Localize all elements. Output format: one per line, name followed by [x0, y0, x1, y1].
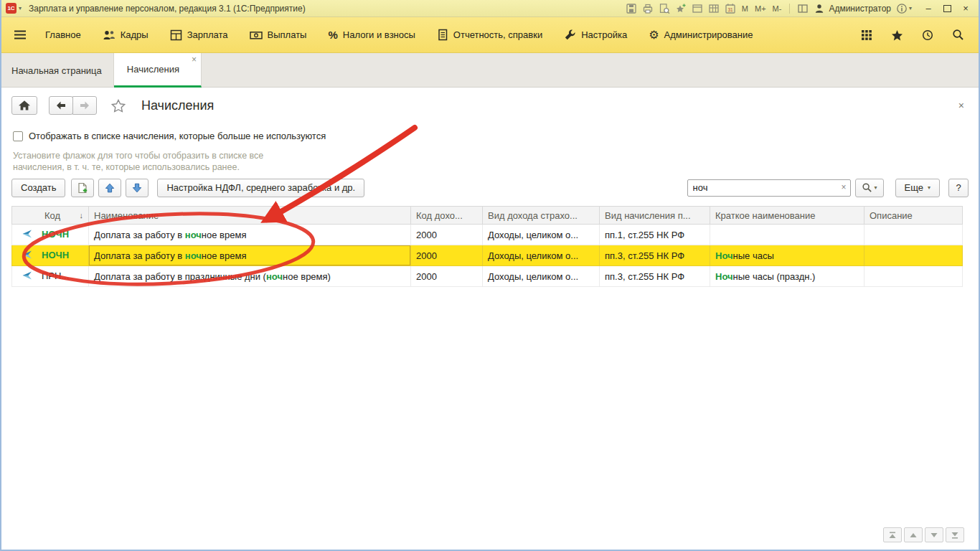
- memory-m-button[interactable]: М: [741, 4, 749, 13]
- home-button[interactable]: [11, 96, 37, 115]
- global-search-button[interactable]: [952, 29, 964, 41]
- gear-icon: ⚙: [649, 29, 659, 41]
- search-clear-icon[interactable]: ×: [842, 183, 847, 192]
- menu-item-reports[interactable]: Отчетность, справки: [426, 17, 553, 52]
- app-logo-icon[interactable]: 1С: [6, 3, 17, 14]
- column-header-income-code[interactable]: Код дохо...: [411, 207, 483, 225]
- more-caret-icon: ▾: [928, 184, 930, 191]
- go-top-icon: [888, 531, 897, 540]
- create-button[interactable]: Создать: [11, 179, 65, 197]
- table-row[interactable]: НОЧН Доплата за работу в ночное время 20…: [12, 225, 963, 245]
- search-input[interactable]: [687, 179, 851, 197]
- menu-item-payments[interactable]: Выплаты: [239, 17, 318, 52]
- cell-description[interactable]: [864, 225, 963, 245]
- print-icon[interactable]: [642, 3, 654, 14]
- menu-item-personnel[interactable]: Кадры: [92, 17, 159, 52]
- cell-accrual-kind[interactable]: пп.3, ст.255 НК РФ: [600, 245, 710, 266]
- column-header-code[interactable]: Код↓: [12, 207, 89, 225]
- cell-short-name[interactable]: Ночные часы (праздн.): [710, 266, 864, 287]
- cell-insurance-income-type[interactable]: Доходы, целиком о...: [483, 245, 600, 266]
- column-header-accrual-kind[interactable]: Вид начисления п...: [600, 207, 710, 225]
- memory-mminus-button[interactable]: М-: [772, 4, 783, 13]
- menu-item-administration[interactable]: ⚙ Администрирование: [638, 17, 763, 52]
- search-icon: [952, 29, 964, 41]
- panel-toggle-icon[interactable]: [797, 3, 809, 14]
- tab-home-page[interactable]: Начальная страница: [0, 53, 114, 88]
- table-icon[interactable]: [708, 3, 720, 14]
- current-user[interactable]: Администратор: [814, 3, 891, 14]
- history-button[interactable]: [922, 29, 933, 41]
- calendar-icon[interactable]: 31: [725, 3, 736, 14]
- cell-insurance-income-type[interactable]: Доходы, целиком о...: [483, 266, 600, 287]
- tab-accruals[interactable]: Начисления ×: [114, 53, 202, 88]
- page-close-icon[interactable]: ×: [958, 100, 964, 110]
- hint-text-line2: начисления, в т. ч. те, которые использо…: [13, 162, 240, 172]
- search-button[interactable]: ▾: [855, 179, 884, 197]
- cell-name[interactable]: Доплата за работу в праздничные дни (ноч…: [89, 266, 411, 287]
- user-icon: [814, 3, 825, 14]
- memory-mplus-button[interactable]: М+: [754, 4, 767, 13]
- go-to-bottom-button[interactable]: [946, 527, 964, 542]
- cell-income-code[interactable]: 2000: [411, 266, 483, 287]
- menu-item-salary[interactable]: Зарплата: [159, 17, 239, 52]
- forward-button[interactable]: [72, 96, 97, 115]
- maximize-button[interactable]: [938, 2, 956, 15]
- history-clock-icon: [922, 29, 933, 41]
- more-button[interactable]: Еще ▾: [895, 179, 940, 197]
- cell-short-name[interactable]: Ночные часы: [710, 245, 864, 266]
- table-row[interactable]: ПРН... Доплата за работу в праздничные д…: [12, 266, 963, 287]
- menu-item-taxes[interactable]: % Налоги и взносы: [317, 17, 425, 52]
- move-up-button[interactable]: [98, 179, 121, 197]
- go-to-top-button[interactable]: [883, 527, 902, 542]
- cell-description[interactable]: [864, 245, 963, 266]
- close-button[interactable]: ×: [957, 2, 974, 15]
- minimize-button[interactable]: –: [920, 2, 937, 15]
- table-body: НОЧН Доплата за работу в ночное время 20…: [12, 225, 963, 287]
- star-icon: [891, 29, 903, 41]
- service-functions-button[interactable]: [861, 29, 872, 41]
- cell-description[interactable]: [864, 266, 963, 287]
- print-preview-icon[interactable]: [659, 3, 670, 14]
- table-row[interactable]: НОЧН Доплата за работу в ночное время 20…: [12, 245, 963, 266]
- search-icon: [862, 182, 872, 193]
- add-favorite-icon[interactable]: [675, 3, 687, 14]
- back-button[interactable]: [49, 96, 73, 115]
- help-button[interactable]: ?: [948, 179, 969, 197]
- cell-code: ПРН...: [42, 270, 69, 281]
- window-title: Зарплата и управление персоналом, редакц…: [29, 4, 306, 14]
- sort-desc-icon: ↓: [80, 211, 84, 220]
- info-menu[interactable]: ▾: [896, 3, 912, 14]
- main-menu-button[interactable]: [6, 17, 34, 52]
- system-menu-caret-icon[interactable]: ▾: [19, 5, 22, 11]
- cell-name[interactable]: Доплата за работу в ночное время: [89, 225, 411, 245]
- menu-item-main[interactable]: Главное: [34, 17, 92, 52]
- column-header-description[interactable]: Описание: [864, 207, 963, 225]
- show-unused-checkbox[interactable]: [13, 131, 23, 141]
- page-down-button[interactable]: [925, 527, 943, 542]
- cell-insurance-income-type[interactable]: Доходы, целиком о...: [483, 225, 600, 245]
- cell-accrual-kind[interactable]: пп.3, ст.255 НК РФ: [600, 266, 710, 287]
- cell-accrual-kind[interactable]: пп.1, ст.255 НК РФ: [600, 225, 710, 245]
- move-down-button[interactable]: [126, 179, 149, 197]
- open-window-icon[interactable]: [692, 3, 703, 14]
- cell-short-name[interactable]: [710, 225, 864, 245]
- menu-label: Главное: [45, 29, 81, 40]
- cell-income-code[interactable]: 2000: [411, 225, 483, 245]
- cell-income-code[interactable]: 2000: [411, 245, 483, 266]
- cell-name[interactable]: Доплата за работу в ночное время: [89, 245, 411, 266]
- accrual-type-icon: [22, 230, 32, 240]
- column-header-insurance-income-type[interactable]: Вид дохода страхо...: [483, 207, 600, 225]
- menu-item-settings[interactable]: Настройка: [553, 17, 638, 52]
- add-to-favorites-button[interactable]: [111, 99, 126, 113]
- ndfl-settings-button[interactable]: Настройка НДФЛ, среднего заработка и др.: [157, 179, 364, 197]
- column-header-short-name[interactable]: Краткое наименование: [710, 207, 864, 225]
- column-header-name[interactable]: Наименование: [89, 207, 411, 225]
- info-icon: [896, 3, 908, 14]
- create-group-button[interactable]: [71, 179, 94, 197]
- favorites-button[interactable]: [891, 29, 903, 41]
- home-icon: [18, 100, 31, 111]
- menu-label: Налоги и взносы: [343, 29, 415, 40]
- tab-close-icon[interactable]: ×: [192, 55, 197, 64]
- save-icon[interactable]: [626, 3, 637, 14]
- page-up-button[interactable]: [904, 527, 923, 542]
